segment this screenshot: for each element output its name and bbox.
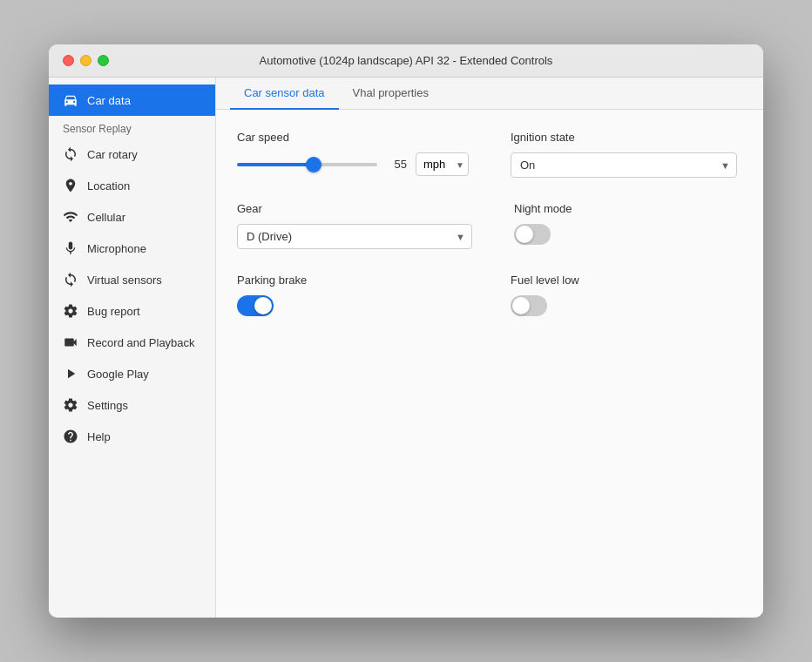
sidebar-label-virtual-sensors: Virtual sensors — [87, 274, 162, 287]
sidebar-label-car-data: Car data — [87, 94, 131, 107]
form-row-brake-fuel: Parking brake Fuel level low — [237, 274, 742, 316]
unit-wrapper: mph km/h ▼ — [416, 152, 469, 176]
sidebar-label-help: Help — [87, 430, 111, 443]
sidebar-item-record-playback[interactable]: Record and Playback — [49, 327, 215, 358]
content-area: Car data Sensor Replay Car rotary — [49, 78, 763, 618]
location-icon — [63, 178, 78, 193]
car-rotary-icon — [63, 146, 78, 162]
gear-select[interactable]: P (Park) R (Reverse) N (Neutral) D (Driv… — [237, 224, 472, 249]
titlebar: Automotive (1024p landscape) API 32 - Ex… — [49, 44, 763, 78]
traffic-lights — [63, 55, 109, 66]
maximize-button[interactable] — [98, 55, 109, 66]
sidebar-item-bug-report[interactable]: Bug report — [49, 295, 215, 327]
minimize-button[interactable] — [80, 55, 91, 66]
slider-row: 55 mph km/h ▼ — [237, 152, 469, 176]
help-icon — [63, 429, 78, 444]
fuel-level-low-label: Fuel level low — [511, 274, 742, 287]
car-speed-label: Car speed — [237, 131, 469, 144]
sidebar: Car data Sensor Replay Car rotary — [49, 78, 216, 618]
sidebar-item-google-play[interactable]: Google Play — [49, 358, 215, 389]
record-playback-icon — [63, 334, 78, 350]
tab-car-sensor-data[interactable]: Car sensor data — [230, 78, 339, 110]
gear-label: Gear — [237, 202, 472, 215]
sidebar-label-cellular: Cellular — [87, 211, 125, 224]
car-icon — [63, 92, 78, 108]
virtual-sensors-icon — [63, 272, 78, 287]
sidebar-label-bug-report: Bug report — [87, 305, 140, 318]
ignition-select-wrapper: Off Accessory On Start ▼ — [511, 152, 737, 178]
car-speed-slider[interactable] — [237, 163, 377, 166]
fuel-level-low-knob — [512, 297, 530, 314]
fuel-level-low-toggle[interactable] — [511, 295, 547, 316]
cellular-icon — [63, 209, 78, 225]
google-play-icon — [63, 366, 78, 382]
sidebar-label-google-play: Google Play — [87, 368, 149, 381]
close-button[interactable] — [63, 55, 74, 66]
sidebar-label-record-playback: Record and Playback — [87, 336, 195, 349]
main-window: Automotive (1024p landscape) API 32 - Ex… — [49, 44, 763, 618]
night-mode-toggle[interactable] — [514, 224, 551, 245]
form-group-gear: Gear P (Park) R (Reverse) N (Neutral) D … — [237, 202, 472, 249]
sidebar-item-car-rotary[interactable]: Car rotary — [49, 138, 215, 170]
parking-brake-label: Parking brake — [237, 274, 469, 287]
settings-icon — [63, 397, 78, 413]
ignition-state-label: Ignition state — [511, 131, 742, 144]
form-group-car-speed: Car speed 55 mph km/h ▼ — [237, 131, 469, 178]
main-content: Car sensor data Vhal properties Car spee… — [216, 78, 763, 618]
form-group-fuel-level-low: Fuel level low — [511, 274, 742, 316]
sidebar-label-settings: Settings — [87, 399, 128, 412]
sidebar-item-cellular[interactable]: Cellular — [49, 201, 215, 233]
form-row-speed-ignition: Car speed 55 mph km/h ▼ — [237, 131, 742, 178]
sidebar-item-settings[interactable]: Settings — [49, 389, 215, 421]
form-group-ignition: Ignition state Off Accessory On Start ▼ — [511, 131, 742, 178]
sidebar-label-car-rotary: Car rotary — [87, 148, 138, 161]
night-mode-label: Night mode — [514, 202, 742, 215]
form-row-gear-night: Gear P (Park) R (Reverse) N (Neutral) D … — [237, 202, 742, 249]
tab-bar: Car sensor data Vhal properties — [216, 78, 763, 110]
ignition-state-select[interactable]: Off Accessory On Start — [511, 152, 737, 178]
tab-vhal-properties[interactable]: Vhal properties — [339, 78, 443, 110]
sidebar-label-location: Location — [87, 179, 130, 193]
sidebar-item-location[interactable]: Location — [49, 170, 215, 201]
parking-brake-knob — [254, 297, 272, 314]
gear-select-wrapper: P (Park) R (Reverse) N (Neutral) D (Driv… — [237, 224, 472, 249]
microphone-icon — [63, 240, 78, 256]
car-speed-value: 55 — [386, 158, 407, 171]
speed-unit-select[interactable]: mph km/h — [416, 152, 469, 176]
form-group-parking-brake: Parking brake — [237, 274, 469, 316]
bug-report-icon — [63, 303, 78, 319]
sidebar-item-car-data[interactable]: Car data — [49, 84, 215, 116]
tab-content-area: Car speed 55 mph km/h ▼ — [216, 110, 763, 618]
sidebar-item-virtual-sensors[interactable]: Virtual sensors — [49, 264, 215, 295]
sidebar-item-help[interactable]: Help — [49, 421, 215, 452]
sensor-replay-header: Sensor Replay — [49, 116, 215, 138]
window-title: Automotive (1024p landscape) API 32 - Ex… — [260, 54, 553, 67]
form-group-night-mode: Night mode — [514, 202, 742, 249]
night-mode-knob — [516, 226, 533, 243]
sidebar-item-microphone[interactable]: Microphone — [49, 233, 215, 264]
parking-brake-toggle[interactable] — [237, 295, 274, 316]
sidebar-label-microphone: Microphone — [87, 242, 146, 255]
